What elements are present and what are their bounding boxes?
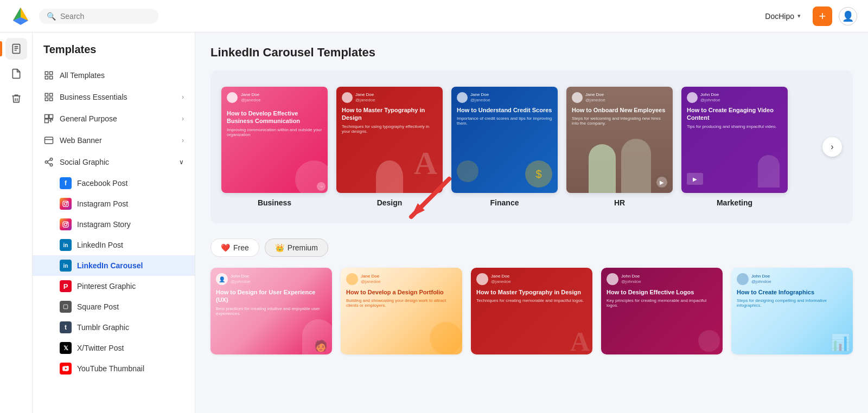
category-thumb-business: Jane Doe@janedoe How to Develop Effectiv… — [221, 87, 328, 193]
filter-bar: ❤️ Free 👑 Premium — [210, 238, 853, 257]
dochipo-dropdown[interactable]: DocHipo ▾ — [760, 9, 806, 24]
sidebar-icon-file[interactable] — [5, 63, 27, 85]
sidebar-item-tumblr-graphic[interactable]: t Tumblr Graphic — [33, 317, 195, 338]
search-input[interactable] — [60, 12, 151, 21]
free-icon: ❤️ — [221, 243, 230, 252]
template-card-design-portfolio[interactable]: Jane Doe@janedoe How to Develop a Design… — [341, 268, 462, 354]
sidebar-item-youtube-thumbnail[interactable]: YouTube Thumbnail — [33, 358, 195, 379]
sidebar-item-instagram-post[interactable]: Instagram Post — [33, 193, 195, 214]
sidebar-item-business-essentials[interactable]: Business Essentials › — [33, 86, 195, 108]
tumblr-icon: t — [60, 321, 72, 333]
search-icon: 🔍 — [47, 12, 56, 21]
category-label-business: Business — [258, 198, 291, 207]
instagram-story-icon — [60, 218, 72, 230]
chevron-right-icon: › — [182, 93, 184, 101]
page-title: LinkedIn Carousel Templates — [210, 46, 853, 60]
linkedin-post-icon: in — [60, 239, 72, 251]
square-post-label: Square Post — [77, 302, 119, 311]
template-card-master-typography[interactable]: Jane Doe@janedoe How to Master Typograph… — [471, 268, 592, 354]
filter-free-button[interactable]: ❤️ Free — [210, 238, 259, 257]
chevron-down-icon: ▾ — [797, 12, 801, 20]
sidebar-item-pinterest-graphic[interactable]: P Pinterest Graphic — [33, 276, 195, 296]
all-templates-icon — [43, 70, 54, 81]
category-card-design[interactable]: Jane Doe@janedoe How to Master Typograph… — [336, 87, 443, 207]
instagram-post-label: Instagram Post — [77, 199, 128, 208]
pinterest-label: Pinterest Graphic — [77, 282, 136, 291]
category-card-marketing[interactable]: John Doe@johndoe How to Create Engaging … — [681, 87, 788, 207]
chevron-right-icon: › — [182, 137, 184, 144]
instagram-post-icon — [60, 198, 72, 210]
category-card-finance[interactable]: Jane Doe@janedoe How to Understand Credi… — [451, 87, 558, 207]
dochipo-label: DocHipo — [765, 12, 794, 21]
svg-point-17 — [50, 158, 53, 161]
social-graphic-label: Social Graphic — [60, 158, 109, 166]
create-new-button[interactable]: + — [813, 7, 832, 26]
sidebar-item-web-banner[interactable]: Web Banner › — [33, 130, 195, 151]
template-thumb-infographics: John Doe@johndoe How to Create Infograph… — [731, 268, 853, 354]
category-label-hr: HR — [614, 198, 625, 207]
linkedin-carousel-icon: in — [60, 260, 72, 272]
svg-rect-7 — [50, 76, 53, 79]
social-graphic-icon — [43, 157, 54, 167]
svg-rect-5 — [50, 72, 53, 74]
premium-label: Premium — [288, 243, 318, 252]
sidebar-item-facebook-post[interactable]: f Facebook Post — [33, 173, 195, 193]
icon-sidebar — [0, 33, 33, 413]
sidebar-item-general-purpose[interactable]: General Purpose › — [33, 108, 195, 130]
svg-point-27 — [67, 223, 67, 223]
user-avatar[interactable]: 👤 — [839, 7, 857, 25]
svg-rect-11 — [50, 98, 53, 101]
category-label-marketing: Marketing — [717, 198, 752, 207]
search-bar[interactable]: 🔍 — [39, 9, 158, 24]
filter-premium-button[interactable]: 👑 Premium — [265, 238, 328, 257]
category-thumb-marketing: John Doe@johndoe How to Create Engaging … — [681, 87, 788, 193]
template-thumb-typography: Jane Doe@janedoe How to Master Typograph… — [471, 268, 592, 354]
svg-rect-9 — [50, 93, 53, 96]
template-card-create-infographics[interactable]: John Doe@johndoe How to Create Infograph… — [731, 268, 853, 354]
svg-rect-4 — [45, 72, 48, 74]
category-thumb-hr: Jane Doe@janedoe How to Onboard New Empl… — [566, 87, 673, 193]
category-label-finance: Finance — [490, 198, 519, 207]
sidebar-item-xtwitter-post[interactable]: 𝕏 X/Twitter Post — [33, 338, 195, 358]
svg-rect-10 — [45, 98, 48, 101]
template-card-effective-logos[interactable]: John Doe@johndoe How to Design Effective… — [601, 268, 723, 354]
sidebar-title: Templates — [33, 43, 195, 64]
sidebar-item-linkedin-carousel[interactable]: in LinkedIn Carousel — [33, 255, 195, 276]
template-thumb-ux: 👤 John Doe@johndoe How to Design for Use… — [210, 268, 332, 354]
facebook-post-label: Facebook Post — [77, 179, 127, 188]
svg-rect-14 — [45, 119, 49, 123]
svg-rect-6 — [45, 76, 48, 79]
template-thumb-portfolio: Jane Doe@janedoe How to Develop a Design… — [341, 268, 462, 354]
business-essentials-icon — [43, 92, 54, 102]
xtwitter-icon: 𝕏 — [60, 342, 72, 354]
svg-point-19 — [50, 164, 53, 166]
chevron-right-icon: › — [182, 115, 184, 122]
sidebar-icon-trash[interactable] — [5, 88, 27, 109]
svg-rect-12 — [45, 115, 49, 119]
svg-rect-13 — [49, 115, 53, 119]
carousel-next-button[interactable]: › — [822, 137, 842, 157]
xtwitter-label: X/Twitter Post — [77, 344, 124, 352]
category-card-hr[interactable]: Jane Doe@janedoe How to Onboard New Empl… — [566, 87, 673, 207]
svg-rect-15 — [45, 137, 53, 144]
pinterest-icon: P — [60, 280, 72, 292]
sidebar-item-instagram-story[interactable]: Instagram Story — [33, 214, 195, 235]
app-logo[interactable] — [11, 5, 39, 27]
linkedin-carousel-label: LinkedIn Carousel — [77, 261, 143, 270]
sidebar-item-all-templates[interactable]: All Templates — [33, 64, 195, 86]
body-wrap: Templates All Templates Business Essenti… — [0, 33, 868, 413]
category-card-business[interactable]: Jane Doe@janedoe How to Develop Effectiv… — [221, 87, 328, 207]
svg-point-26 — [65, 223, 67, 226]
main-content: LinkedIn Carousel Templates Jane Doe@jan… — [195, 33, 868, 413]
template-card-ux-design[interactable]: 👤 John Doe@johndoe How to Design for Use… — [210, 268, 332, 354]
svg-point-24 — [67, 202, 67, 203]
template-grid: 👤 John Doe@johndoe How to Design for Use… — [210, 268, 853, 354]
category-carousel: Jane Doe@janedoe How to Develop Effectiv… — [210, 70, 853, 223]
free-label: Free — [233, 243, 249, 252]
facebook-icon: f — [60, 177, 72, 189]
sidebar-item-linkedin-post[interactable]: in LinkedIn Post — [33, 235, 195, 255]
sidebar-item-social-graphic[interactable]: Social Graphic ∨ — [33, 151, 195, 173]
sidebar-icon-document[interactable] — [5, 38, 27, 60]
sidebar-item-square-post[interactable]: Square Post — [33, 296, 195, 317]
business-essentials-label: Business Essentials — [60, 93, 127, 101]
